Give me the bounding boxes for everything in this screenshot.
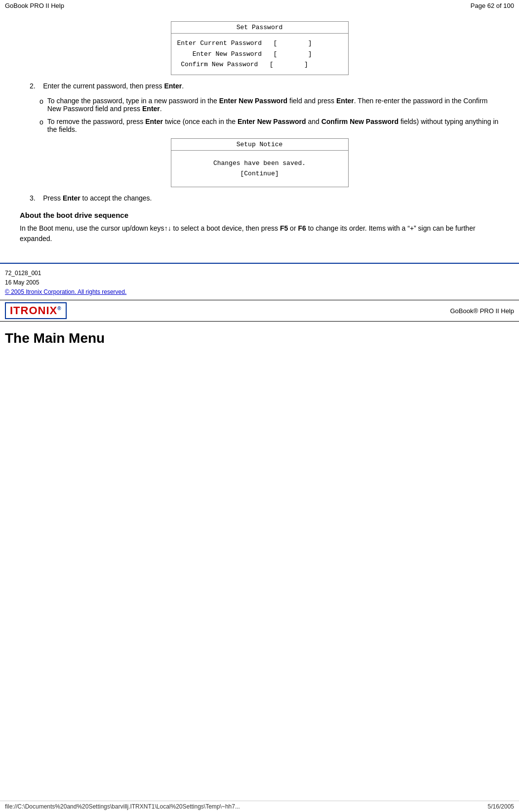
bios-line-1: Enter Current Password [ ] [177, 39, 342, 48]
step-3-text-before: Press [43, 194, 63, 202]
bios-set-password-title: Set Password [171, 22, 348, 34]
footer-meta: 72_0128_001 16 May 2005 © 2005 Itronix C… [0, 268, 519, 298]
step-2-text-after: . [182, 82, 184, 90]
itronix-logo: ITRONIX® [5, 302, 67, 319]
footer-doc-id: 72_0128_001 [5, 269, 514, 278]
footer-date: 16 May 2005 [5, 278, 514, 287]
bios-set-password-box: Set Password Enter Current Password [ ] … [171, 21, 349, 75]
bullet-2: o To remove the password, press Enter tw… [40, 118, 499, 133]
section-heading-boot: About the boot drive sequence [20, 211, 499, 219]
bios-set-password-body: Enter Current Password [ ] Enter New Pas… [171, 34, 348, 75]
bullet-1-marker: o [40, 97, 43, 105]
step-2-bold: Enter [164, 82, 182, 90]
gobook-help-right: GoBook® PRO II Help [450, 307, 514, 315]
bottom-file-path: file://C:\Documents%20and%20Settings\bar… [5, 803, 240, 810]
itronix-logo-text: ITRONIX [10, 304, 57, 317]
section-divider [0, 263, 519, 264]
bios-notice-line2: [Continue] [177, 169, 342, 179]
footer-copyright-link[interactable]: © 2005 Itronix Corporation. All rights r… [5, 288, 126, 295]
bullet-list: o To change the password, type in a new … [40, 97, 499, 133]
bottom-date: 5/16/2005 [488, 803, 514, 810]
bios-setup-notice-box: Setup Notice Changes have been saved. [C… [171, 138, 349, 187]
step-3-bold: Enter [63, 194, 80, 202]
step-3-number: 3. [30, 194, 36, 202]
bios-line-3: Confirm New Password [ ] [177, 60, 342, 70]
new-page-title: The Main Menu [5, 330, 514, 346]
footer-copyright: © 2005 Itronix Corporation. All rights r… [5, 287, 514, 297]
step-2: 2. Enter the current password, then pres… [30, 82, 499, 90]
bullet-2-marker: o [40, 118, 43, 126]
footer-logo-bar: ITRONIX® GoBook® PRO II Help [0, 300, 519, 322]
app-title: GoBook PRO II Help [5, 2, 64, 9]
boot-paragraph: In the Boot menu, use the cursor up/down… [20, 223, 499, 244]
bios-notice-line1: Changes have been saved. [177, 159, 342, 168]
bios-line-2: Enter New Password [ ] [177, 49, 342, 59]
step-3-text-after: to accept the changes. [80, 194, 152, 202]
bullet-1: o To change the password, type in a new … [40, 97, 499, 113]
bios-setup-notice-body: Changes have been saved. [Continue] [171, 151, 348, 187]
page-info: Page 62 of 100 [471, 2, 514, 9]
bullet-2-text: To remove the password, press Enter twic… [47, 118, 499, 133]
bullet-1-text: To change the password, type in a new pa… [47, 97, 499, 113]
logo-registered: ® [57, 306, 61, 311]
step-2-text-before: Enter the current password, then press [43, 82, 164, 90]
bottom-bar: file://C:\Documents%20and%20Settings\bar… [0, 801, 519, 812]
step-3: 3. Press Enter to accept the changes. [30, 194, 499, 202]
bios-setup-notice-title: Setup Notice [171, 139, 348, 151]
step-2-number: 2. [30, 82, 36, 90]
